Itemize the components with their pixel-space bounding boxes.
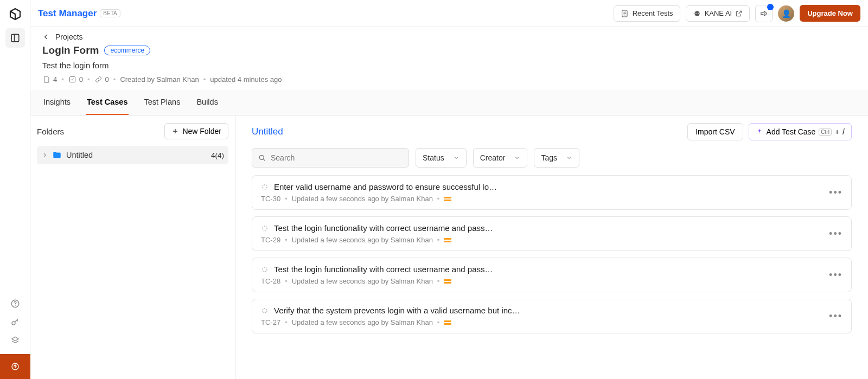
svg-rect-19 [444, 282, 451, 284]
test-case-id: TC-28 [261, 277, 280, 285]
svg-rect-16 [444, 241, 451, 242]
external-link-icon [735, 10, 743, 17]
breadcrumb: Projects [30, 27, 868, 41]
svg-rect-22 [444, 323, 451, 325]
folder-item[interactable]: Untitled 4(4) [37, 146, 228, 164]
test-case-title: Enter valid username and password to ens… [274, 182, 497, 191]
kane-ai-button[interactable]: KANE AI [686, 5, 750, 22]
filter-tags[interactable]: Tags [534, 148, 579, 168]
chevron-down-icon [514, 155, 520, 161]
side-rail [0, 0, 30, 379]
link-icon [94, 75, 103, 83]
test-case-card[interactable]: Verify that the system prevents login wi… [252, 299, 852, 333]
help-icon[interactable] [10, 299, 20, 309]
svg-point-7 [695, 12, 697, 14]
test-case-card[interactable]: Test the login functionality with correc… [252, 258, 852, 292]
announcements-button[interactable] [755, 5, 773, 22]
priority-medium-icon [444, 320, 451, 325]
test-case-title: Verify that the system prevents login wi… [274, 306, 520, 315]
test-case-title: Test the login functionality with correc… [274, 265, 493, 274]
tab-builds[interactable]: Builds [195, 90, 219, 115]
brand[interactable]: Test Manager BETA [38, 8, 120, 19]
chevron-down-icon [566, 155, 572, 161]
stack-icon[interactable] [10, 336, 20, 345]
project-header: Login Form ecommerce Test the login form… [30, 41, 868, 90]
project-title: Login Form [42, 44, 99, 56]
folders-pane: Folders New Folder Untitled 4(4) [30, 115, 235, 379]
test-case-updated: Updated a few seconds ago by Salman Khan [292, 195, 433, 203]
svg-point-6 [694, 11, 699, 16]
recent-tests-button[interactable]: Recent Tests [614, 5, 680, 22]
svg-rect-21 [444, 320, 451, 322]
svg-point-14 [263, 226, 267, 230]
beta-badge: BETA [100, 9, 120, 17]
rail-upgrade-button[interactable] [0, 354, 30, 379]
crumb-projects[interactable]: Projects [55, 33, 83, 41]
status-draft-icon [261, 224, 269, 232]
chevron-right-icon [41, 152, 48, 158]
add-test-case-button[interactable]: Add Test Case Ctrl + / [749, 123, 852, 140]
svg-point-11 [263, 184, 267, 189]
status-draft-icon [261, 307, 269, 314]
test-case-updated: Updated a few seconds ago by Salman Khan [292, 236, 433, 244]
svg-rect-15 [444, 238, 451, 240]
test-case-title: Test the login functionality with correc… [274, 223, 493, 233]
svg-rect-18 [444, 279, 451, 281]
svg-rect-12 [444, 197, 451, 198]
plus-icon [171, 127, 179, 135]
more-actions-button[interactable]: ••• [829, 187, 843, 198]
folder-count: 4(4) [211, 151, 224, 159]
tab-insights[interactable]: Insights [42, 90, 72, 115]
svg-rect-13 [444, 200, 451, 201]
folder-icon [52, 150, 62, 160]
svg-point-8 [698, 12, 699, 14]
sparkle-icon [756, 128, 763, 136]
import-csv-button[interactable]: Import CSV [687, 123, 743, 140]
meta-testcases: 4 [42, 75, 57, 83]
test-case-card[interactable]: Enter valid username and password to ens… [252, 175, 852, 210]
meta-linked: 0 [94, 75, 109, 83]
tab-test-plans[interactable]: Test Plans [143, 90, 181, 115]
kane-ai-icon [693, 9, 701, 18]
filter-status[interactable]: Status [416, 148, 467, 168]
test-case-updated: Updated a few seconds ago by Salman Khan [292, 277, 433, 285]
testcase-icon [42, 75, 50, 83]
project-tag[interactable]: ecommerce [104, 46, 150, 55]
svg-point-17 [263, 267, 267, 271]
svg-point-2 [15, 305, 16, 306]
status-draft-icon [261, 266, 269, 273]
meta-updated: updated 4 minutes ago [210, 75, 282, 83]
kbd-ctrl: Ctrl [819, 129, 832, 136]
clock-list-icon [621, 9, 629, 18]
tabs: Insights Test Cases Test Plans Builds [30, 90, 868, 115]
sidebar-module-button[interactable] [5, 28, 25, 48]
avatar[interactable]: 👤 [778, 5, 794, 22]
notification-dot [767, 4, 774, 10]
key-icon[interactable] [10, 317, 20, 327]
tab-test-cases[interactable]: Test Cases [86, 90, 129, 115]
upgrade-button[interactable]: Upgrade Now [800, 5, 860, 22]
app-logo-icon[interactable] [9, 8, 22, 21]
test-case-id: TC-29 [261, 236, 280, 244]
meta-checked: 0 [68, 75, 83, 83]
svg-point-20 [263, 308, 267, 312]
chevron-down-icon [453, 155, 459, 161]
cases-folder-title: Untitled [252, 126, 283, 137]
new-folder-button[interactable]: New Folder [164, 123, 228, 139]
more-actions-button[interactable]: ••• [829, 269, 843, 281]
priority-medium-icon [444, 237, 451, 243]
more-actions-button[interactable]: ••• [829, 228, 843, 240]
folders-heading: Folders [37, 127, 64, 136]
back-chevron-icon[interactable] [42, 33, 50, 41]
brand-name: Test Manager [38, 8, 97, 19]
search-icon [258, 153, 266, 162]
search-input[interactable] [271, 153, 403, 162]
search-box[interactable] [252, 148, 409, 168]
more-actions-button[interactable]: ••• [829, 311, 843, 322]
project-description: Test the login form [42, 61, 856, 70]
checklist-icon [68, 75, 76, 83]
svg-point-3 [12, 322, 15, 325]
filter-creator[interactable]: Creator [473, 148, 528, 168]
folder-name: Untitled [66, 151, 93, 159]
test-case-card[interactable]: Test the login functionality with correc… [252, 216, 852, 251]
